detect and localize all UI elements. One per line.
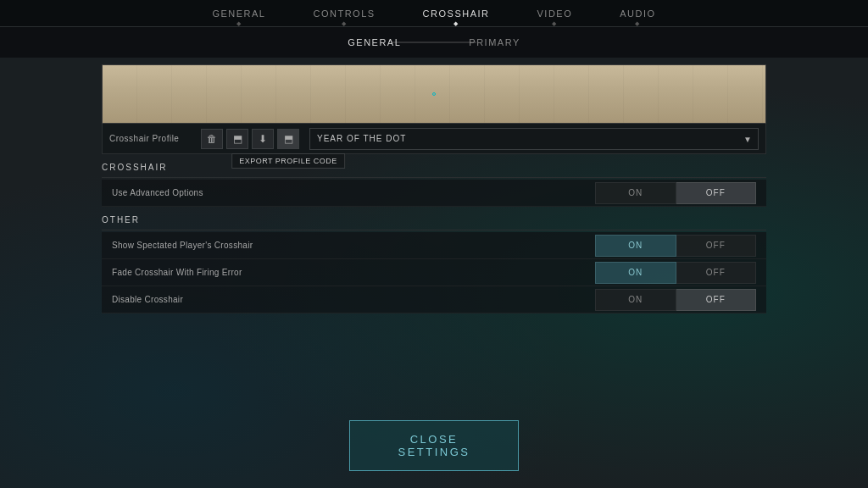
setting-label-advanced-options: Use Advanced Options: [112, 188, 595, 197]
toggle-off-spectated-crosshair[interactable]: Off: [676, 235, 757, 257]
copy-profile-button[interactable]: ⬒: [226, 129, 248, 149]
profile-select-wrapper: YEAR OF THE DOT DEFAULT CUSTOM 1 CUSTOM …: [309, 128, 759, 150]
other-settings-panel: Show Spectated Player's Crosshair On Off…: [102, 232, 766, 313]
setting-row-fade-crosshair: Fade Crosshair With Firing Error On Off: [102, 259, 766, 286]
toggle-on-disable-crosshair[interactable]: On: [595, 289, 676, 311]
subnav-item-general[interactable]: GENERAL: [348, 37, 401, 47]
subnav-item-primary[interactable]: PRIMARY: [469, 37, 520, 47]
nav-item-audio[interactable]: AUDIO: [616, 8, 659, 19]
setting-label-fade-crosshair: Fade Crosshair With Firing Error: [112, 268, 595, 277]
toggle-group-disable-crosshair: On Off: [595, 289, 756, 311]
close-button-wrapper: CLOSE SETTINGS: [349, 420, 519, 471]
close-settings-button[interactable]: CLOSE SETTINGS: [349, 420, 519, 471]
profile-select[interactable]: YEAR OF THE DOT DEFAULT CUSTOM 1 CUSTOM …: [309, 128, 759, 150]
toggle-group-advanced-options: On Off: [595, 182, 756, 204]
toggle-on-advanced-options[interactable]: On: [595, 182, 676, 204]
export-tooltip: EXPORT PROFILE CODE: [231, 153, 345, 169]
nav-item-general[interactable]: GENERAL: [209, 8, 269, 19]
setting-row-disable-crosshair: Disable Crosshair On Off: [102, 286, 766, 313]
crosshair-section-header: CROSSHAIR: [102, 154, 766, 178]
setting-row-spectated-crosshair: Show Spectated Player's Crosshair On Off: [102, 232, 766, 259]
toggle-group-fade-crosshair: On Off: [595, 262, 756, 284]
sub-navigation: GENERAL PRIMARY: [0, 27, 868, 58]
toggle-group-spectated-crosshair: On Off: [595, 235, 756, 257]
toggle-off-disable-crosshair[interactable]: Off: [676, 289, 757, 311]
profile-label: Crosshair Profile: [109, 134, 194, 143]
other-section-header: OTHER: [102, 207, 766, 230]
setting-label-disable-crosshair: Disable Crosshair: [112, 295, 595, 304]
crosshair-settings-panel: Use Advanced Options On Off: [102, 180, 766, 207]
export-profile-button[interactable]: ⬒ EXPORT PROFILE CODE: [277, 129, 299, 149]
nav-item-video[interactable]: VIDEO: [534, 8, 576, 19]
delete-profile-button[interactable]: 🗑: [201, 129, 223, 149]
setting-label-spectated-crosshair: Show Spectated Player's Crosshair: [112, 241, 595, 250]
profile-icons: 🗑 ⬒ ⬇ ⬒ EXPORT PROFILE CODE: [201, 129, 299, 149]
profile-row: Crosshair Profile 🗑 ⬒ ⬇ ⬒ EXPORT PROFILE…: [102, 124, 766, 154]
setting-row-advanced-options: Use Advanced Options On Off: [102, 180, 766, 207]
toggle-on-spectated-crosshair[interactable]: On: [595, 235, 676, 257]
toggle-off-advanced-options[interactable]: Off: [676, 182, 757, 204]
import-profile-button[interactable]: ⬇: [252, 129, 274, 149]
nav-item-crosshair[interactable]: CROSSHAIR: [420, 8, 493, 19]
main-content: Crosshair Profile 🗑 ⬒ ⬇ ⬒ EXPORT PROFILE…: [0, 58, 868, 320]
toggle-on-fade-crosshair[interactable]: On: [595, 262, 676, 284]
crosshair-preview: [102, 64, 766, 124]
toggle-off-fade-crosshair[interactable]: Off: [676, 262, 757, 284]
crosshair-dot: [432, 92, 436, 96]
nav-item-controls[interactable]: CONTROLS: [309, 8, 378, 19]
top-navigation: GENERAL CONTROLS CROSSHAIR VIDEO AUDIO: [0, 0, 868, 27]
